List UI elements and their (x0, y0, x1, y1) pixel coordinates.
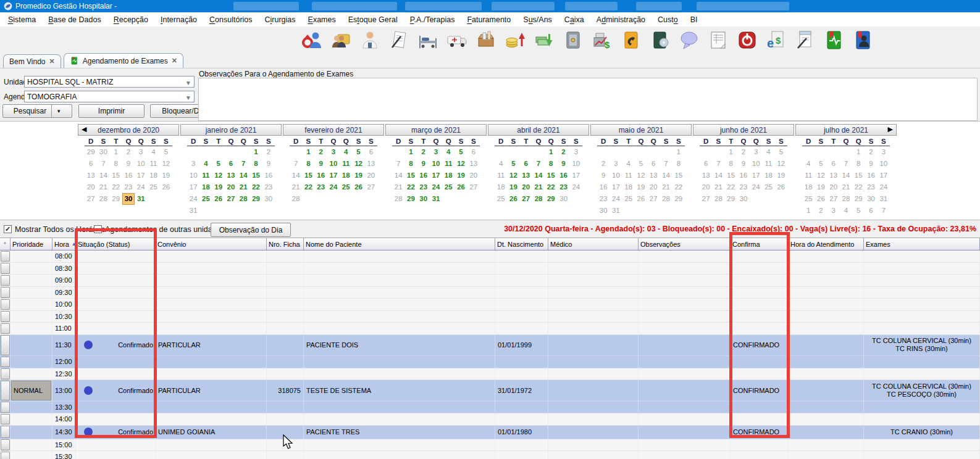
day-cell[interactable]: 29 (249, 193, 262, 205)
day-cell[interactable]: 2 (417, 146, 430, 158)
day-cell[interactable]: 9 (865, 158, 877, 170)
day-cell[interactable]: 18 (442, 170, 454, 181)
cell-nascimento[interactable] (495, 250, 548, 262)
day-cell[interactable]: 26 (507, 193, 519, 205)
day-cell[interactable]: 12 (212, 170, 225, 181)
day-cell[interactable]: 20 (520, 181, 532, 193)
day-cell[interactable]: 11 (340, 158, 352, 170)
cell-nome[interactable] (304, 356, 495, 368)
menu-item-bi[interactable]: BI (684, 15, 704, 24)
day-cell[interactable]: 5 (852, 205, 865, 217)
day-cell[interactable]: 30 (417, 193, 430, 205)
day-cell[interactable]: 7 (97, 158, 109, 170)
day-cell[interactable]: 19 (454, 170, 467, 181)
cell-hora[interactable]: 10:30 (52, 311, 76, 323)
day-cell[interactable]: 15 (545, 170, 557, 181)
cell-medico[interactable] (548, 250, 639, 262)
day-cell[interactable]: 20 (225, 181, 237, 193)
day-cell[interactable]: 25 (442, 181, 454, 193)
day-cell[interactable]: 18 (147, 170, 159, 181)
cell-convenio[interactable]: UNIMED GOIANIA (156, 426, 267, 439)
day-cell[interactable]: 24 (135, 181, 147, 193)
cell-situacao[interactable] (76, 451, 156, 459)
day-cell[interactable]: 25 (495, 193, 507, 205)
cell-situacao[interactable] (76, 323, 156, 334)
day-cell[interactable]: 6 (647, 158, 660, 170)
day-cell[interactable]: 21 (840, 181, 852, 193)
cell-observacoes[interactable] (639, 299, 731, 310)
cell-confirma[interactable]: CONFIRMADO (731, 380, 789, 401)
cell-situacao[interactable] (76, 275, 156, 286)
cell-nascimento[interactable] (495, 299, 548, 310)
cell-ficha[interactable] (267, 263, 304, 275)
day-cell[interactable]: 22 (110, 181, 122, 193)
cell-sel[interactable] (0, 439, 10, 451)
day-cell[interactable]: 15 (404, 170, 417, 181)
column-header-nascimento[interactable]: Dt. Nascimento (495, 238, 548, 250)
phone-book-icon[interactable] (620, 29, 642, 51)
day-cell[interactable]: 5 (160, 146, 172, 158)
row-selector-button[interactable] (1, 323, 10, 334)
cell-situacao[interactable] (76, 299, 156, 310)
calendar-prev-icon[interactable]: ◀ (82, 125, 86, 133)
day-cell[interactable]: 12 (815, 170, 827, 181)
agenda-combobox[interactable]: TOMOGRAFIA ▼ (24, 91, 195, 102)
day-cell[interactable]: 16 (262, 170, 275, 181)
schedule-row-13:30[interactable]: 13:30 (0, 402, 980, 414)
day-cell[interactable]: 26 (352, 181, 364, 193)
day-cell[interactable]: 2 (315, 146, 327, 158)
day-cell[interactable]: 29 (85, 146, 97, 158)
day-cell[interactable]: 11 (762, 158, 774, 170)
day-cell[interactable]: 8 (672, 158, 685, 170)
day-cell[interactable]: 21 (660, 181, 672, 193)
cell-hora_atendimento[interactable] (789, 368, 864, 380)
day-cell[interactable]: 21 (97, 181, 109, 193)
cell-ficha[interactable] (267, 426, 304, 439)
menu-item-consult-rios[interactable]: Consultórios (203, 15, 258, 24)
day-cell[interactable]: 13 (520, 170, 532, 181)
day-cell[interactable]: 18 (762, 170, 774, 181)
cell-sel[interactable] (0, 275, 10, 286)
day-cell[interactable]: 6 (700, 158, 712, 170)
cell-medico[interactable] (548, 263, 639, 275)
imprimir-button[interactable]: Imprimir (78, 104, 144, 118)
day-cell[interactable]: 25 (340, 181, 352, 193)
cell-situacao[interactable] (76, 402, 156, 413)
day-cell[interactable]: 7 (392, 158, 404, 170)
cell-prioridade[interactable] (10, 402, 52, 413)
day-cell[interactable]: 29 (545, 193, 557, 205)
day-cell[interactable]: 11 (622, 170, 635, 181)
cell-sel[interactable] (0, 311, 10, 323)
cell-medico[interactable] (548, 380, 639, 401)
day-cell[interactable]: 1 (852, 146, 865, 158)
day-cell[interactable]: 6 (467, 146, 480, 158)
day-cell[interactable]: 15 (110, 170, 122, 181)
cell-hora[interactable]: 08:00 (52, 250, 76, 262)
contacts-book-icon[interactable] (852, 29, 874, 51)
day-cell[interactable]: 1 (725, 146, 737, 158)
day-cell[interactable]: 19 (160, 170, 172, 181)
chevron-down-icon[interactable]: ▼ (185, 93, 191, 104)
schedule-row-13:00[interactable]: NORMAL13:00ConfirmadoPARTICULAR318075TES… (0, 380, 980, 402)
row-selector-button[interactable] (1, 287, 10, 298)
cell-hora_atendimento[interactable] (789, 356, 864, 368)
ambulance-icon[interactable] (446, 29, 468, 51)
outras-unidades-checkbox[interactable] (94, 225, 102, 233)
day-cell[interactable]: 31 (877, 193, 890, 205)
day-cell[interactable]: 11 (802, 170, 815, 181)
cell-confirma[interactable] (731, 368, 789, 380)
day-cell[interactable]: 13 (827, 170, 840, 181)
cell-convenio[interactable] (156, 311, 267, 323)
stock-box-icon[interactable] (475, 29, 497, 51)
day-cell[interactable]: 9 (737, 158, 750, 170)
cell-medico[interactable] (548, 413, 639, 425)
day-cell[interactable]: 2 (122, 146, 135, 158)
day-cell[interactable]: 27 (647, 193, 660, 205)
day-cell[interactable]: 4 (840, 205, 852, 217)
day-cell[interactable]: 4 (442, 146, 454, 158)
cash-register-icon[interactable]: $ (591, 29, 613, 51)
day-cell[interactable]: 5 (352, 146, 364, 158)
schedule-row-15:00[interactable]: 15:00 (0, 439, 980, 452)
cell-nome[interactable] (304, 439, 495, 451)
cell-nascimento[interactable] (495, 311, 548, 323)
